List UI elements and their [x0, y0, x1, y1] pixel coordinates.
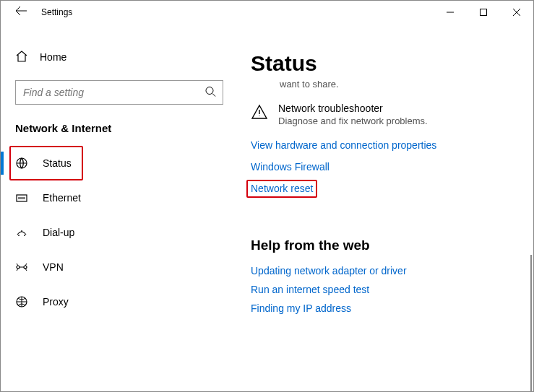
sidebar-item-label: Proxy	[43, 296, 69, 308]
main-content: Status want to share. Network troublesho…	[232, 24, 533, 391]
clipped-text: want to share.	[280, 79, 525, 90]
link-firewall[interactable]: Windows Firewall	[251, 161, 525, 173]
minimize-button[interactable]	[434, 1, 467, 24]
svg-point-5	[25, 235, 25, 236]
warning-icon	[251, 104, 270, 126]
svg-rect-0	[481, 9, 487, 16]
search-wrap	[15, 80, 223, 105]
link-hardware[interactable]: View hardware and connection properties	[251, 139, 525, 151]
svg-point-8	[24, 266, 27, 269]
help-link-adapter[interactable]: Updating network adapter or driver	[251, 265, 525, 276]
sidebar: Home Network & Internet Status Ethernet	[1, 24, 232, 391]
svg-point-4	[19, 235, 20, 236]
highlight-box-reset	[246, 180, 317, 198]
help-link-speedtest[interactable]: Run an internet speed test	[251, 284, 525, 295]
search-input[interactable]	[15, 80, 223, 105]
sidebar-item-label: Dial-up	[43, 227, 74, 238]
window-controls	[434, 1, 533, 24]
help-links: Updating network adapter or driver Run a…	[251, 265, 525, 314]
svg-point-6	[22, 231, 22, 232]
help-link-ip[interactable]: Finding my IP address	[251, 302, 525, 314]
sidebar-item-label: Ethernet	[43, 192, 81, 204]
link-reset-wrap: Network reset	[251, 183, 525, 194]
page-title: Status	[251, 51, 525, 76]
dialup-icon	[15, 226, 33, 239]
scrollbar[interactable]	[530, 255, 532, 392]
vpn-icon	[15, 261, 33, 274]
troubleshooter-title: Network troubleshooter	[278, 103, 428, 114]
window-title: Settings	[41, 7, 72, 17]
sidebar-item-proxy[interactable]: Proxy	[15, 286, 225, 318]
sidebar-item-label: VPN	[43, 261, 64, 273]
home-nav[interactable]: Home	[15, 43, 225, 71]
back-button[interactable]	[9, 6, 33, 19]
app-body: Home Network & Internet Status Ethernet	[1, 24, 533, 391]
sidebar-item-status[interactable]: Status	[15, 147, 225, 179]
home-label: Home	[40, 51, 66, 63]
sidebar-item-vpn[interactable]: VPN	[15, 251, 225, 283]
highlight-box-status	[9, 146, 83, 180]
svg-point-7	[17, 266, 20, 269]
sidebar-item-dialup[interactable]: Dial-up	[15, 217, 225, 248]
sidebar-category: Network & Internet	[15, 122, 225, 134]
home-icon	[15, 50, 33, 65]
troubleshooter-subtitle: Diagnose and fix network problems.	[278, 116, 428, 126]
sidebar-item-ethernet[interactable]: Ethernet	[15, 182, 225, 214]
ethernet-icon	[15, 191, 33, 204]
troubleshooter-row[interactable]: Network troubleshooter Diagnose and fix …	[251, 103, 525, 126]
titlebar: Settings	[1, 1, 533, 24]
help-title: Help from the web	[251, 238, 525, 253]
maximize-button[interactable]	[467, 1, 500, 24]
proxy-icon	[15, 295, 33, 308]
close-button[interactable]	[500, 1, 533, 24]
